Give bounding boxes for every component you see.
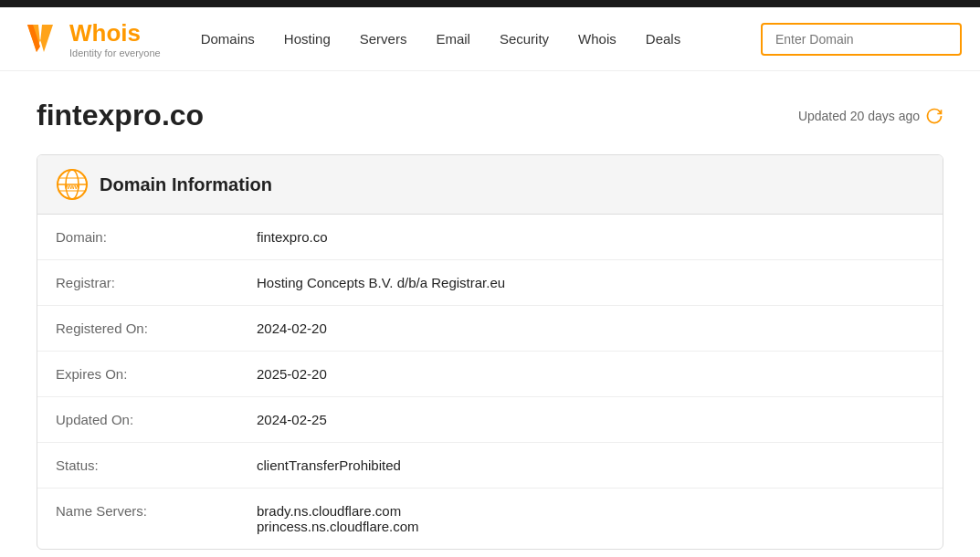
field-label: Domain:: [37, 215, 238, 260]
field-label: Name Servers:: [37, 489, 238, 550]
refresh-icon[interactable]: [925, 107, 943, 125]
table-row: Registrar:Hosting Concepts B.V. d/b/a Re…: [37, 260, 943, 306]
search-input[interactable]: [761, 23, 962, 56]
table-row: Domain:fintexpro.co: [37, 215, 943, 260]
table-row: Name Servers:brady.ns.cloudflare.comprin…: [37, 489, 943, 550]
field-label: Updated On:: [37, 397, 238, 443]
whois-logo-icon: [18, 17, 62, 61]
field-value: 2025-02-20: [238, 352, 943, 397]
field-value: clientTransferProhibited: [238, 443, 943, 489]
field-value: 2024-02-25: [238, 397, 943, 443]
domain-info-card: www Domain Information Domain:fintexpro.…: [37, 154, 943, 550]
table-row: Registered On:2024-02-20: [37, 306, 943, 352]
nav-link-servers[interactable]: Servers: [347, 24, 420, 54]
info-table: Domain:fintexpro.coRegistrar:Hosting Con…: [37, 215, 943, 549]
field-value: fintexpro.co: [238, 215, 943, 260]
updated-text: Updated 20 days ago: [798, 109, 920, 123]
info-card-title: Domain Information: [100, 174, 272, 195]
logo-tagline: Identity for everyone: [69, 47, 161, 58]
top-bar: [0, 0, 980, 7]
field-value: 2024-02-20: [238, 306, 943, 352]
www-globe-icon: www: [56, 168, 89, 201]
table-row: Expires On:2025-02-20: [37, 352, 943, 397]
table-row: Status:clientTransferProhibited: [37, 443, 943, 489]
field-label: Registered On:: [37, 306, 238, 352]
nav-link-hosting[interactable]: Hosting: [271, 24, 343, 54]
logo-text: Whois Identity for everyone: [69, 19, 161, 58]
nav-link-deals[interactable]: Deals: [633, 24, 693, 54]
navbar: Whois Identity for everyone Domains Host…: [0, 7, 980, 71]
nav-link-whois[interactable]: Whois: [565, 24, 629, 54]
svg-text:www: www: [64, 184, 80, 190]
logo[interactable]: Whois Identity for everyone: [18, 17, 161, 61]
field-label: Status:: [37, 443, 238, 489]
logo-whois-label: Whois: [69, 19, 161, 47]
field-value: Hosting Concepts B.V. d/b/a Registrar.eu: [238, 260, 943, 306]
info-card-header: www Domain Information: [37, 155, 943, 215]
table-row: Updated On:2024-02-25: [37, 397, 943, 443]
domain-title-row: fintexpro.co Updated 20 days ago: [37, 99, 943, 132]
updated-info: Updated 20 days ago: [798, 107, 943, 125]
field-label: Registrar:: [37, 260, 238, 306]
main-content: fintexpro.co Updated 20 days ago www Dom…: [0, 71, 980, 557]
nav-links: Domains Hosting Servers Email Security W…: [188, 24, 761, 54]
nav-link-email[interactable]: Email: [423, 24, 483, 54]
nav-link-domains[interactable]: Domains: [188, 24, 268, 54]
domain-title: fintexpro.co: [37, 99, 204, 132]
field-value: brady.ns.cloudflare.comprincess.ns.cloud…: [238, 489, 943, 550]
field-label: Expires On:: [37, 352, 238, 397]
nav-link-security[interactable]: Security: [487, 24, 562, 54]
